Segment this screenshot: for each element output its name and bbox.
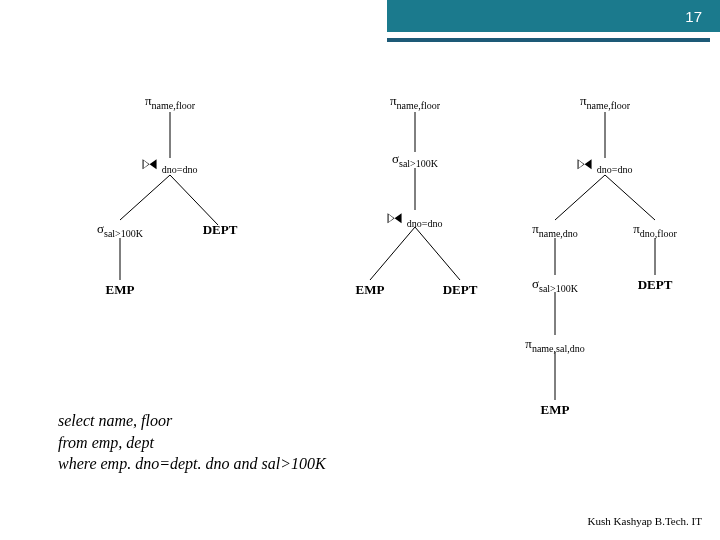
svg-line-10 xyxy=(605,175,655,220)
sql-line-2: from emp, dept xyxy=(58,432,326,454)
t2-emp-leaf: EMP xyxy=(356,282,385,298)
subscript: sal>100K xyxy=(399,158,438,169)
sigma-symbol: σ xyxy=(97,221,104,236)
svg-line-7 xyxy=(415,227,460,280)
t3-emp-leaf: EMP xyxy=(541,402,570,418)
subscript: sal>100K xyxy=(539,283,578,294)
t3-project-bottom: πname,sal,dno xyxy=(525,336,584,354)
svg-line-6 xyxy=(370,227,415,280)
subscript: name,floor xyxy=(586,100,630,111)
header-underline xyxy=(387,38,710,42)
t2-join: dno=dno xyxy=(388,211,443,229)
join-icon xyxy=(143,159,157,169)
pi-symbol: π xyxy=(633,221,640,236)
sigma-symbol: σ xyxy=(392,151,399,166)
join-icon xyxy=(388,213,402,223)
join-icon xyxy=(578,159,592,169)
t1-join: dno=dno xyxy=(143,157,198,175)
subscript: name,sal,dno xyxy=(532,343,585,354)
sigma-symbol: σ xyxy=(532,276,539,291)
t3-dept-leaf: DEPT xyxy=(638,277,673,293)
subscript: dno=dno xyxy=(407,218,443,229)
subscript: name,floor xyxy=(151,100,195,111)
t2-project-root: πname,floor xyxy=(390,93,440,111)
t3-project-root: πname,floor xyxy=(580,93,630,111)
subscript: dno=dno xyxy=(597,164,633,175)
t3-select: σsal>100K xyxy=(532,276,578,294)
t3-project-left: πname,dno xyxy=(532,221,578,239)
t3-project-right: πdno,floor xyxy=(633,221,677,239)
svg-line-2 xyxy=(170,175,218,225)
sql-line-3: where emp. dno=dept. dno and sal>100K xyxy=(58,453,326,475)
t1-emp-leaf: EMP xyxy=(106,282,135,298)
subscript: sal>100K xyxy=(104,228,143,239)
sql-line-1: select name, floor xyxy=(58,410,326,432)
t1-dept-leaf: DEPT xyxy=(203,222,238,238)
subscript: name,dno xyxy=(539,228,578,239)
t2-dept-leaf: DEPT xyxy=(443,282,478,298)
slide-number-bar: 17 xyxy=(387,0,720,32)
pi-symbol: π xyxy=(525,336,532,351)
subscript: dno,floor xyxy=(640,228,677,239)
t1-select: σsal>100K xyxy=(97,221,143,239)
footer-author: Kush Kashyap B.Tech. IT xyxy=(588,515,702,527)
t1-project-root: πname,floor xyxy=(145,93,195,111)
subscript: name,floor xyxy=(396,100,440,111)
svg-line-1 xyxy=(120,175,170,220)
t2-select: σsal>100K xyxy=(392,151,438,169)
t3-join: dno=dno xyxy=(578,157,633,175)
subscript: dno=dno xyxy=(162,164,198,175)
sql-query-text: select name, floor from emp, dept where … xyxy=(58,410,326,475)
svg-line-9 xyxy=(555,175,605,220)
page-number: 17 xyxy=(685,8,702,25)
